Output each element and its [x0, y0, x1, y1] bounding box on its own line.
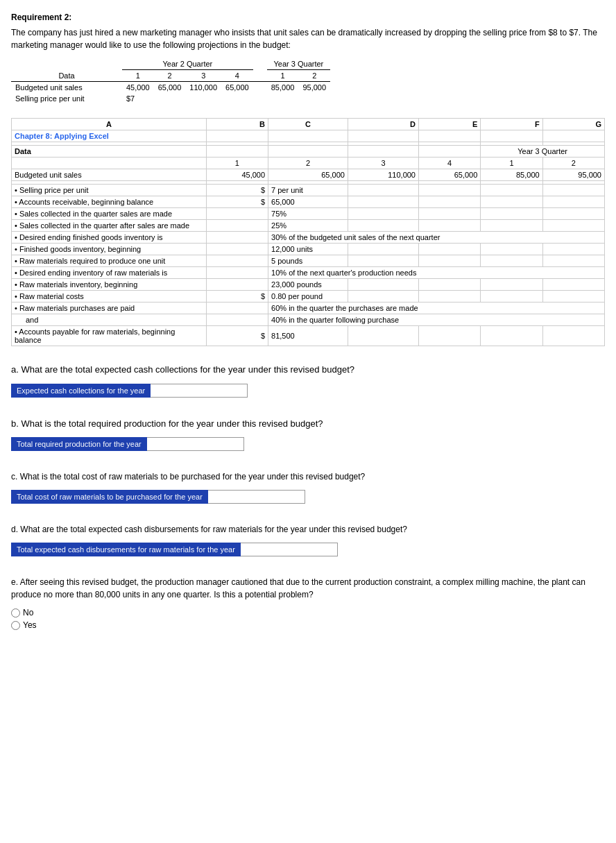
table-row: • Sales collected in the quarter after s…: [12, 220, 605, 232]
col-b-header: B: [206, 119, 268, 130]
r17-c: 60% in the quarter the purchases are mad…: [268, 303, 605, 314]
radio-no-input[interactable]: [11, 608, 20, 618]
bud-q1: 45,000: [122, 82, 154, 94]
answer-a-label: Expected cash collections for the year: [11, 384, 151, 398]
r12-a: • Finished goods inventory, beginning: [12, 244, 207, 255]
r15-a: • Raw materials inventory, beginning: [12, 279, 207, 291]
bud-y3q2: 95,000: [298, 82, 330, 94]
answer-row-c: Total cost of raw materials to be purcha…: [11, 490, 605, 504]
table-row: • Finished goods inventory, beginning 12…: [12, 244, 605, 255]
budgeted-unit-label: Budgeted unit sales: [11, 82, 122, 94]
question-d-text: d. What are the total expected cash disb…: [11, 523, 605, 536]
table-row: • Raw materials purchases are paid 60% i…: [12, 303, 605, 314]
r11-c: 30% of the budgeted unit sales of the ne…: [268, 232, 605, 244]
r8-b: $: [206, 196, 268, 208]
r11-a: • Desired ending finished goods inventor…: [12, 232, 207, 244]
bud-q3: 110,000: [185, 82, 221, 94]
question-e-text: e. After seeing this revised budget, the…: [11, 576, 605, 601]
r17-a: • Raw materials purchases are paid: [12, 303, 207, 314]
question-d: d. What are the total expected cash disb…: [11, 523, 605, 556]
radio-no-label: No: [23, 608, 33, 618]
r13-a: • Raw materials required to produce one …: [12, 255, 207, 267]
r19-a: • Accounts payable for raw materials, be…: [12, 326, 207, 346]
data-col-header: Data: [11, 70, 122, 82]
r18-a: and: [12, 314, 207, 326]
question-c: c. What is the total cost of raw materia…: [11, 470, 605, 504]
r12-c: 12,000 units: [268, 244, 348, 255]
row4-f: 1: [481, 157, 542, 169]
radio-no[interactable]: No: [11, 608, 605, 618]
r7-b: $: [206, 185, 268, 196]
year2-header: Year 2 Quarter: [122, 58, 253, 70]
r7-a: • Selling price per unit: [12, 185, 207, 196]
row4-b: 1: [206, 157, 268, 169]
y3q1-header: 1: [267, 70, 299, 82]
answer-row-a: Expected cash collections for the year: [11, 384, 605, 398]
table-row: 1 2 3 4 1 2: [12, 157, 605, 169]
row4-e: 4: [418, 157, 480, 169]
col-d-header: D: [348, 119, 418, 130]
question-c-text: c. What is the total cost of raw materia…: [11, 470, 605, 483]
table-row: • Sales collected in the quarter sales a…: [12, 208, 605, 220]
row4-c: 2: [268, 157, 348, 169]
selling-price-val: $7: [122, 93, 154, 104]
intro-description: The company has just hired a new marketi…: [11, 28, 597, 50]
table-row: • Accounts payable for raw materials, be…: [12, 326, 605, 346]
y3q2-header: 2: [298, 70, 330, 82]
answer-c-input[interactable]: [208, 490, 305, 504]
r8-a: • Accounts receivable, beginning balance: [12, 196, 207, 208]
budgeted-unit-sales-label: Budgeted unit sales: [12, 169, 207, 181]
question-b-text: b. What is the total required production…: [11, 417, 605, 431]
bud-q4: 65,000: [221, 82, 253, 94]
main-spreadsheet: A B C D E F G Chapter 8: Applying Excel …: [11, 118, 605, 346]
question-a-text: a. What are the total expected cash coll…: [11, 363, 605, 377]
r5-b: 45,000: [206, 169, 268, 181]
table-row: • Raw materials inventory, beginning 23,…: [12, 279, 605, 291]
col-g-header: G: [542, 119, 604, 130]
r15-c: 23,000 pounds: [268, 279, 348, 291]
col-f-header: F: [481, 119, 542, 130]
answer-row-d: Total expected cash disbursements for ra…: [11, 543, 605, 556]
answer-d-input[interactable]: [241, 543, 338, 556]
q3-header: 3: [185, 70, 221, 82]
radio-yes-label: Yes: [23, 620, 37, 630]
bud-y3q1: 85,000: [267, 82, 299, 94]
answer-d-label: Total expected cash disbursements for ra…: [11, 543, 241, 556]
top-data-table: Year 2 Quarter Year 3 Quarter Data 1 2 3…: [11, 58, 330, 104]
table-row: • Desired ending finished goods inventor…: [12, 232, 605, 244]
r16-a: • Raw material costs: [12, 291, 207, 303]
q2-header: 2: [154, 70, 186, 82]
radio-group-e: No Yes: [11, 608, 605, 630]
answer-b-label: Total required production for the year: [11, 437, 147, 451]
r16-b: $: [206, 291, 268, 303]
answer-a-input[interactable]: [151, 384, 248, 398]
r19-c: 81,500: [268, 326, 348, 346]
table-row: • Selling price per unit $ 7 per unit: [12, 185, 605, 196]
answer-c-label: Total cost of raw materials to be purcha…: [11, 490, 208, 504]
table-row: and 40% in the quarter following purchas…: [12, 314, 605, 326]
answer-row-b: Total required production for the year: [11, 437, 605, 451]
r18-c: 40% in the quarter following purchase: [268, 314, 605, 326]
table-row: Data Year 3 Quarter: [12, 146, 605, 157]
col-a-header: A: [12, 119, 207, 130]
table-row: • Accounts receivable, beginning balance…: [12, 196, 605, 208]
selling-price-label: Selling price per unit: [11, 93, 122, 104]
table-row: Budgeted unit sales 45,000 65,000 110,00…: [12, 169, 605, 181]
r14-c: 10% of the next quarter's production nee…: [268, 267, 605, 279]
chapter-title: Chapter 8: Applying Excel: [12, 130, 207, 142]
question-e: e. After seeing this revised budget, the…: [11, 576, 605, 630]
r5-c: 65,000: [268, 169, 348, 181]
col-e-header: E: [418, 119, 480, 130]
answer-b-input[interactable]: [147, 437, 244, 451]
r14-a: • Desired ending inventory of raw materi…: [12, 267, 207, 279]
radio-yes-input[interactable]: [11, 621, 20, 630]
data-label: Data: [12, 146, 207, 157]
r7-c: 7 per unit: [268, 185, 348, 196]
r5-d: 110,000: [348, 169, 418, 181]
year3-header: Year 3 Quarter: [267, 58, 330, 70]
requirement-label: Requirement 2:: [11, 11, 605, 24]
radio-yes[interactable]: Yes: [11, 620, 605, 630]
r5-g: 95,000: [542, 169, 604, 181]
bud-q2: 65,000: [154, 82, 186, 94]
r13-c: 5 pounds: [268, 255, 348, 267]
